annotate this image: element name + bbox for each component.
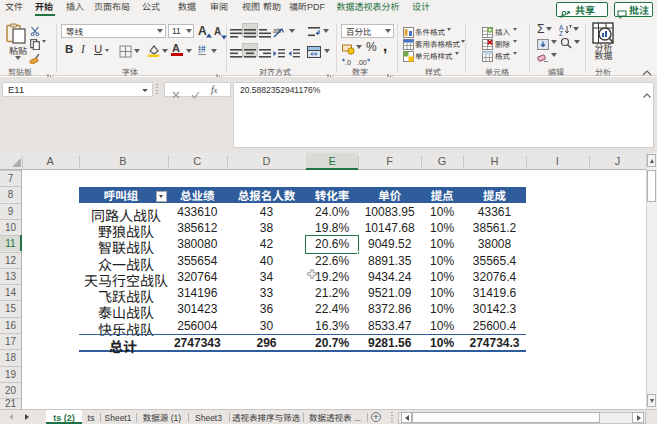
svg-text:.00: .00 (357, 59, 367, 66)
svg-text:.0: .0 (345, 59, 351, 66)
svg-text:ab: ab (273, 27, 281, 34)
